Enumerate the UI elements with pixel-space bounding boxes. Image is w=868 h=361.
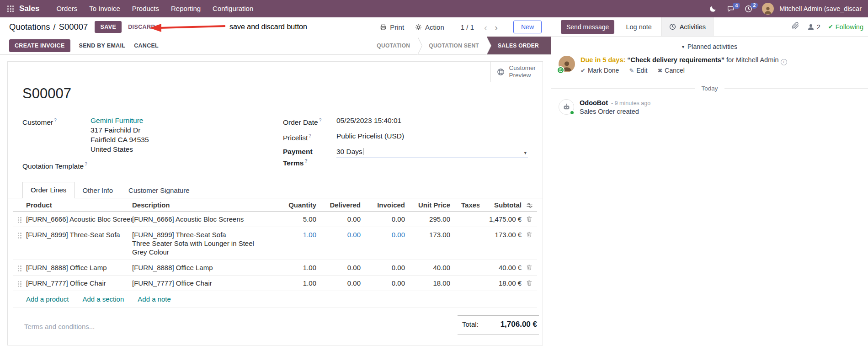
pager-next-button[interactable]: › xyxy=(493,22,500,32)
form-view: Quotations / S00007 SAVE DISCARD save an… xyxy=(0,17,551,361)
terms-and-conditions-input[interactable]: Terms and conditions... xyxy=(24,323,95,330)
edit-activity-button[interactable]: ✎ Edit xyxy=(629,67,647,74)
activity-type-badge xyxy=(557,66,564,74)
drag-handle-icon[interactable] xyxy=(18,265,22,271)
line-description[interactable]: [FURN_7777] Office Chair xyxy=(132,279,257,287)
add-note-link[interactable]: Add a note xyxy=(138,295,171,303)
customer-link[interactable]: Gemini Furniture xyxy=(91,116,149,125)
followers-icon xyxy=(807,23,815,31)
send-by-email-button[interactable]: SEND BY EMAIL xyxy=(79,42,126,49)
line-delivered[interactable]: 0.00 xyxy=(316,279,361,287)
send-message-button[interactable]: Send message xyxy=(561,20,614,34)
line-unit-price[interactable]: 295.00 xyxy=(405,215,450,223)
delete-line-icon[interactable] xyxy=(526,231,533,238)
line-description[interactable]: [FURN_8888] Office Lamp xyxy=(132,263,257,272)
planned-activities-header[interactable]: ▾ Planned activities xyxy=(551,43,868,50)
annotation-arrow xyxy=(149,22,227,34)
save-button[interactable]: SAVE xyxy=(95,21,122,33)
order-line-row: [FURN_7777] Office Chair [FURN_7777] Off… xyxy=(13,276,537,291)
line-quantity[interactable]: 1.00 xyxy=(261,263,316,272)
drag-handle-icon[interactable] xyxy=(18,233,22,239)
action-button[interactable]: Action xyxy=(415,23,444,31)
state-quotation-sent[interactable]: QUOTATION SENT xyxy=(418,37,487,54)
customer-label: Customer? xyxy=(22,116,91,127)
optional-columns-icon[interactable] xyxy=(526,202,533,209)
breadcrumb-parent[interactable]: Quotations xyxy=(9,22,50,32)
user-name[interactable]: Mitchell Admin (save_discar xyxy=(779,5,862,12)
today-label: Today xyxy=(701,85,718,92)
line-description-note[interactable]: Three Seater Sofa with Lounger in Steel … xyxy=(132,239,257,256)
new-button[interactable]: New xyxy=(513,21,542,33)
pricelist-field[interactable]: Public Pricelist (USD) xyxy=(336,131,528,141)
line-product[interactable]: [FURN_8999] Three-Seat Sofa xyxy=(26,230,132,239)
line-unit-price[interactable]: 40.00 xyxy=(405,263,450,272)
info-icon[interactable]: i xyxy=(781,59,787,65)
nav-item-products[interactable]: Products xyxy=(126,0,165,17)
line-delivered[interactable]: 0.00 xyxy=(316,230,361,239)
line-unit-price[interactable]: 18.00 xyxy=(405,279,450,287)
line-invoiced[interactable]: 0.00 xyxy=(361,215,405,223)
state-sales-order[interactable]: SALES ORDER xyxy=(487,37,551,54)
apps-grid-icon[interactable] xyxy=(7,5,14,12)
line-product[interactable]: [FURN_6666] Acoustic Bloc Screens xyxy=(26,215,132,223)
activities-tab[interactable]: Activities xyxy=(661,17,714,36)
line-delivered[interactable]: 0.00 xyxy=(316,263,361,272)
add-section-link[interactable]: Add a section xyxy=(82,295,124,303)
planned-activity-item: Due in 5 days: “Check delivery requireme… xyxy=(551,50,868,74)
line-quantity[interactable]: 1.00 xyxy=(261,279,316,287)
drag-handle-icon[interactable] xyxy=(18,281,22,287)
line-quantity[interactable]: 1.00 xyxy=(261,230,316,239)
messages-systray-button[interactable]: 4 xyxy=(724,5,737,12)
customer-preview-button[interactable]: Customer Preview xyxy=(490,62,543,82)
dropdown-caret-icon[interactable]: ▾ xyxy=(524,148,527,158)
line-quantity[interactable]: 5.00 xyxy=(261,215,316,223)
state-quotation[interactable]: QUOTATION xyxy=(366,37,418,54)
delete-line-icon[interactable] xyxy=(526,216,533,222)
tab-customer-signature[interactable]: Customer Signature xyxy=(121,183,197,198)
cancel-button[interactable]: CANCEL xyxy=(134,42,159,49)
order-date-field[interactable]: 05/25/2023 15:40:01 xyxy=(336,116,528,125)
cancel-activity-button[interactable]: ✖ Cancel xyxy=(657,67,685,74)
nav-item-reporting[interactable]: Reporting xyxy=(165,0,207,17)
nav-item-to-invoice[interactable]: To Invoice xyxy=(83,0,126,17)
print-button[interactable]: Print xyxy=(380,23,404,31)
message-author: OdooBot xyxy=(580,99,608,106)
line-product[interactable]: [FURN_8888] Office Lamp xyxy=(26,263,132,272)
quotation-template-label: Quotation Template? xyxy=(22,159,91,171)
pager-previous-button[interactable]: ‹ xyxy=(482,22,489,32)
nav-item-orders[interactable]: Orders xyxy=(50,0,83,17)
activities-systray-button[interactable]: 2 xyxy=(742,5,755,13)
user-avatar[interactable] xyxy=(762,3,774,15)
attachments-button[interactable] xyxy=(792,22,799,32)
create-invoice-button[interactable]: CREATE INVOICE xyxy=(9,39,70,52)
log-note-button[interactable]: Log note xyxy=(626,23,651,31)
line-description[interactable]: [FURN_6666] Acoustic Bloc Screens xyxy=(132,215,257,223)
paperclip-icon xyxy=(792,22,799,30)
tab-order-lines[interactable]: Order Lines xyxy=(22,182,75,198)
payment-terms-field[interactable]: 30 Days ▾ xyxy=(336,147,528,158)
delete-line-icon[interactable] xyxy=(526,280,533,286)
add-product-link[interactable]: Add a product xyxy=(26,295,69,303)
dark-mode-toggle[interactable] xyxy=(707,5,719,12)
following-toggle[interactable]: ✔ Following xyxy=(828,23,863,31)
todo-clock-icon xyxy=(559,68,563,72)
line-delivered[interactable]: 0.00 xyxy=(316,215,361,223)
line-description[interactable]: [FURN_8999] Three-Seat Sofa xyxy=(132,230,257,239)
drag-handle-icon[interactable] xyxy=(18,217,22,223)
column-unit-price: Unit Price xyxy=(405,201,450,209)
tab-other-info[interactable]: Other Info xyxy=(75,183,121,198)
column-subtotal: Subtotal xyxy=(479,201,522,209)
column-description: Description xyxy=(132,201,261,209)
followers-button[interactable]: 2 xyxy=(807,23,820,31)
mark-done-button[interactable]: ✔ Mark Done xyxy=(580,67,619,74)
chatter-body: ▾ Planned activities Due in 5 xyxy=(551,37,868,361)
delete-line-icon[interactable] xyxy=(526,264,533,271)
line-unit-price[interactable]: 173.00 xyxy=(405,230,450,239)
line-invoiced[interactable]: 0.00 xyxy=(361,263,405,272)
line-invoiced[interactable]: 0.00 xyxy=(361,230,405,239)
line-invoiced[interactable]: 0.00 xyxy=(361,279,405,287)
nav-item-configuration[interactable]: Configuration xyxy=(207,0,259,17)
line-product[interactable]: [FURN_7777] Office Chair xyxy=(26,279,132,287)
order-lines-table: Product Description Quantity Delivered I… xyxy=(13,198,537,308)
app-name[interactable]: Sales xyxy=(19,4,39,13)
